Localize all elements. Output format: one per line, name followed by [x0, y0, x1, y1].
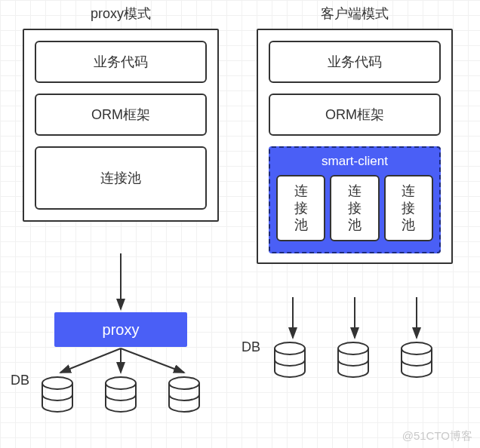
database-icon	[398, 341, 435, 380]
client-mode-title: 客户端模式	[257, 5, 453, 23]
proxy-mode-column: proxy模式 业务代码 ORM框架 连接池	[23, 5, 219, 222]
orm-framework-box: ORM框架	[269, 94, 441, 136]
business-code-box: 业务代码	[35, 41, 207, 83]
database-icon	[103, 376, 139, 415]
connection-pool-box: 连接池	[35, 146, 207, 210]
proxy-mode-title: proxy模式	[23, 5, 219, 23]
database-icon	[39, 376, 75, 415]
database-icon	[335, 341, 371, 380]
database-icon	[166, 376, 202, 415]
smart-client-box: smart-client 连 接 池 连 接 池 连 接 池	[269, 146, 441, 253]
db-row-right	[272, 341, 435, 380]
svg-line-7	[60, 348, 121, 373]
db-label-right: DB	[242, 339, 260, 355]
svg-point-4	[338, 342, 368, 354]
db-label-left: DB	[11, 373, 29, 388]
orm-framework-box: ORM框架	[35, 94, 207, 136]
svg-point-5	[402, 342, 432, 354]
proxy-mode-container: 业务代码 ORM框架 连接池	[23, 29, 219, 222]
svg-point-1	[106, 377, 136, 389]
svg-line-9	[121, 348, 184, 373]
business-code-box: 业务代码	[269, 41, 441, 83]
smart-client-title: smart-client	[276, 154, 433, 169]
pool-label: 连 接 池	[402, 183, 415, 234]
pool-label: 连 接 池	[294, 183, 308, 234]
connection-pool: 连 接 池	[276, 175, 325, 241]
connection-pool: 连 接 池	[384, 175, 433, 241]
client-mode-column: 客户端模式 业务代码 ORM框架 smart-client 连 接 池 连 接 …	[257, 5, 453, 264]
client-mode-container: 业务代码 ORM框架 smart-client 连 接 池 连 接 池 连 接 …	[257, 29, 453, 264]
connection-pool: 连 接 池	[330, 175, 379, 241]
proxy-box: proxy	[54, 312, 187, 347]
svg-point-0	[42, 377, 72, 389]
watermark: @51CTO博客	[402, 429, 472, 443]
database-icon	[272, 341, 308, 380]
svg-point-2	[169, 377, 199, 389]
pool-row: 连 接 池 连 接 池 连 接 池	[276, 175, 433, 241]
pool-label: 连 接 池	[348, 183, 362, 234]
db-row-left	[39, 376, 202, 415]
svg-point-3	[275, 342, 305, 354]
